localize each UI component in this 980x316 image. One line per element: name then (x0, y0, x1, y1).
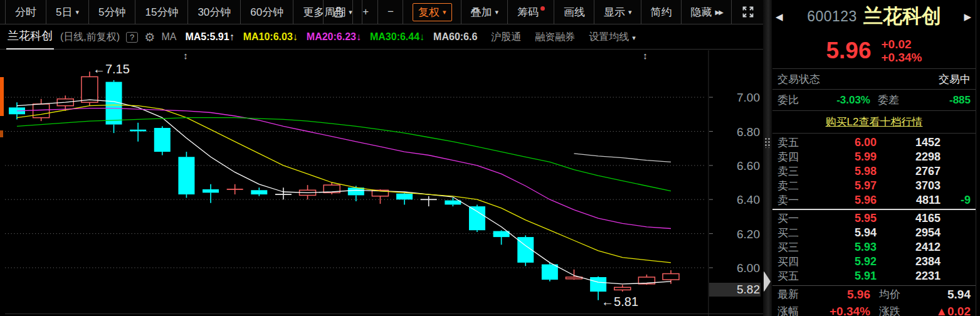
stock-header: ◀ 600123 兰花科创 ▶ (772, 0, 976, 33)
candle-9 (203, 184, 219, 203)
zoom-in-label: + (362, 6, 369, 18)
chart-header-bar: 兰花科创 (日线,前复权) ? ⚙ MA MA5:5.91↑MA10:6.03↓… (0, 25, 771, 50)
fuquan-button[interactable]: 复权▾ (403, 0, 461, 24)
overlay-button[interactable]: 叠加▾ (461, 0, 508, 24)
ma-line-ma5 (17, 100, 671, 284)
bid-volume: 4165 (877, 212, 940, 225)
ma-values: MA5:5.91↑MA10:6.03↓MA20:6.23↓MA30:6.44↓M… (176, 31, 477, 43)
candle-8 (178, 152, 194, 198)
tab-period-5min[interactable]: 5分钟 (89, 0, 135, 24)
ask-label: 卖一 (777, 193, 814, 208)
tab-period-15min[interactable]: 15分钟 (135, 0, 188, 24)
header-link-1[interactable]: 融资融券 (535, 31, 575, 42)
svg-text:7.00: 7.00 (737, 91, 760, 104)
header-link-0[interactable]: 沪股通 (491, 31, 521, 42)
bid-price: 5.92 (814, 255, 877, 268)
ma-settings-button[interactable]: 设置均线▾ (589, 31, 636, 44)
chips-button[interactable]: 筹码 (507, 0, 554, 24)
collapse-panel-arrow[interactable] (764, 271, 771, 292)
ma-value-label: MA5:5.91↑ (185, 31, 234, 42)
ask-row: 卖一5.964811-9 (772, 193, 976, 208)
bid-levels: 买一5.954165买二5.942954买三5.932412买四5.922384… (772, 210, 976, 285)
period-label: 15分钟 (145, 5, 178, 19)
tab-period-60min[interactable]: 60分钟 (241, 0, 293, 24)
chevron-down-icon: ▾ (632, 34, 636, 41)
double-chevron-right-icon: ▶▶ (715, 9, 722, 16)
display-label: 显示 (604, 5, 625, 19)
change-label: 涨跌 (879, 304, 900, 316)
gear-icon[interactable]: ⚙ (144, 30, 155, 45)
ask-label: 卖三 (777, 164, 814, 179)
ma-line-ma30 (17, 118, 671, 191)
bid-label: 买二 (777, 226, 814, 240)
ask-levels: 卖五6.001452卖四5.992298卖三5.982767卖二5.973703… (772, 134, 976, 209)
buy-l2-link[interactable]: 购买L2查看十档行情 (826, 115, 923, 129)
chart-mode-label: (日线,前复权) (60, 31, 120, 44)
simple-button[interactable]: 简约 (641, 0, 682, 24)
next-stock-arrow[interactable]: ▶ (964, 11, 971, 23)
pane-divider (5, 313, 771, 314)
lock-open-icon[interactable] (323, 0, 353, 24)
indicator-resize-handle[interactable]: ↕ (181, 51, 191, 61)
zoom-in-button[interactable]: + (352, 0, 378, 24)
ask-volume: 2298 (877, 150, 940, 164)
latest-label: 最新 (777, 287, 810, 302)
panel-divider[interactable] (763, 0, 772, 316)
simple-label: 简约 (651, 5, 672, 19)
bid-volume: 2384 (877, 255, 940, 268)
avg-price-value: 5.94 (900, 288, 971, 302)
price-annotation: ←7.15 (93, 62, 130, 76)
kline-chart[interactable]: 7.006.806.606.406.206.005.82←7.15←5.81 (0, 50, 777, 316)
hide-button[interactable]: 隐藏▶▶ (681, 0, 732, 24)
ma-value-label: MA30:6.44↓ (370, 31, 424, 42)
candle-17 (396, 192, 413, 204)
tab-period-5d[interactable]: 5日▾ (46, 0, 89, 24)
chevron-down-icon: ▾ (628, 8, 632, 16)
candle-10 (227, 184, 243, 194)
period-label: 30分钟 (198, 5, 231, 19)
bid-volume: 2231 (877, 270, 940, 283)
change-pct-value: +0.34% (810, 305, 870, 316)
ask-row: 卖五6.001452 (772, 135, 976, 150)
period-label: 60分钟 (250, 5, 283, 19)
overlay-label: 叠加 (471, 5, 492, 19)
prev-stock-arrow[interactable]: ◀ (776, 11, 783, 23)
price-annotation: ←5.81 (601, 295, 638, 308)
period-label: 5分钟 (98, 5, 125, 19)
chart-stock-name: 兰花科创 (6, 24, 54, 50)
ma-group-label: MA (161, 31, 176, 43)
tab-period-30min[interactable]: 30分钟 (188, 0, 241, 24)
draw-line-label: 画线 (564, 5, 585, 19)
indicator-resize-handle[interactable]: ↕ (640, 51, 650, 61)
bid-row: 买二5.942954 (772, 226, 976, 240)
bid-price: 5.95 (814, 212, 877, 225)
period-label: 5日 (56, 5, 72, 19)
draw-line-button[interactable]: 画线 (554, 0, 594, 24)
chevron-down-icon: ▾ (75, 8, 79, 16)
change-pct-label: 涨幅 (777, 304, 810, 316)
ask-delta: -9 (940, 194, 971, 207)
quote-panel: ◀ 600123 兰花科创 ▶ 5.96 +0.02 +0.34% 交易状态 交… (772, 0, 980, 316)
ma-value-label: MA60:6.6 (433, 31, 477, 42)
bid-volume: 2954 (877, 226, 940, 240)
ask-label: 卖四 (777, 150, 814, 164)
tab-period-fenshi[interactable]: 分时 (6, 0, 46, 24)
weibi-value: -3.03% (810, 94, 870, 107)
display-button[interactable]: 显示▾ (594, 0, 641, 24)
candle-7 (154, 126, 171, 155)
candle-19 (445, 198, 461, 207)
help-icon[interactable]: ? (126, 32, 138, 43)
ask-row: 卖四5.992298 (772, 150, 976, 164)
ma-value-label: MA20:6.23↓ (307, 31, 361, 42)
bid-volume: 2412 (877, 241, 940, 254)
panel-resize-grip[interactable] (764, 137, 771, 148)
bid-price: 5.93 (814, 241, 877, 254)
expand-icon[interactable] (731, 0, 764, 24)
zoom-out-button[interactable]: − (377, 0, 403, 24)
summary-row: 最新 5.96 均价 5.94 (772, 286, 976, 303)
y-axis-labels: 7.006.806.606.406.206.00 (737, 91, 760, 275)
trade-status-label: 交易状态 (777, 72, 820, 87)
candle-22 (517, 235, 534, 266)
price-row: 5.96 +0.02 +0.34% (772, 33, 976, 68)
candle-21 (493, 230, 510, 245)
